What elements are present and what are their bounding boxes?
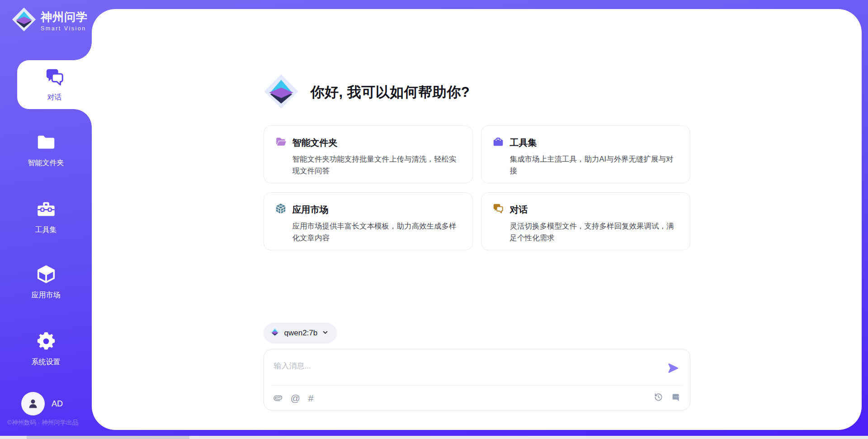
cube-grid-icon [275, 203, 287, 216]
chevron-down-icon [322, 329, 329, 338]
brand-name: 神州问学 [41, 10, 88, 24]
card-chat[interactable]: 对话 灵活切换多模型文件，支持多样回复效果调试，满足个性化需求 [481, 192, 690, 250]
card-title: 应用市场 [292, 204, 329, 216]
conversation-icon [671, 392, 681, 403]
copyright-footer: ©神州数码 · 神州问学出品 [7, 419, 93, 427]
sidebar: 神州问学 Smart Vision 对话 智能文件夹 [0, 0, 92, 439]
card-toolset[interactable]: 工具集 集成市场上主流工具，助力AI与外界无缝扩展与对接 [481, 125, 690, 183]
sidebar-item-settings[interactable]: 系统设置 [0, 331, 92, 367]
card-smart-folder[interactable]: 智能文件夹 智能文件夹功能支持批量文件上传与清洗，轻松实现文件问答 [264, 125, 473, 183]
toolbox-icon [36, 199, 57, 221]
chat-bubbles-icon [492, 203, 504, 216]
gear-icon [36, 331, 57, 353]
send-icon [667, 369, 679, 376]
main-panel: 你好, 我可以如何帮助你? 智能文件夹 智能文件夹功能支持批量文件上传与清洗，轻… [92, 9, 862, 430]
card-description: 集成市场上主流工具，助力AI与外界无缝扩展与对接 [510, 153, 679, 177]
model-selector[interactable]: qwen2:7b [264, 323, 337, 344]
message-input[interactable] [267, 354, 665, 383]
history-button[interactable] [654, 392, 663, 403]
sidebar-item-label: 工具集 [35, 225, 57, 235]
avatar [21, 392, 45, 415]
history-icon [654, 392, 663, 403]
message-composer: @ # [264, 349, 690, 410]
card-title: 智能文件夹 [292, 137, 338, 149]
sidebar-item-app-market[interactable]: 应用市场 [0, 264, 92, 300]
card-title: 工具集 [510, 137, 537, 149]
scrollbar-thumb[interactable] [27, 436, 189, 439]
brand-diamond-icon [12, 7, 36, 33]
folder-open-icon [275, 136, 287, 149]
mention-icon: @ [291, 393, 300, 403]
card-description: 智能文件夹功能支持批量文件上传与清洗，轻松实现文件问答 [292, 153, 462, 177]
brand-subtitle: Smart Vision [41, 25, 88, 32]
card-app-market[interactable]: 应用市场 应用市场提供丰富长文本模板，助力高效生成多样化文章内容 [264, 192, 473, 250]
greeting-title: 你好, 我可以如何帮助你? [311, 83, 470, 102]
toolbox-icon [492, 136, 504, 149]
brand-diamond-icon [264, 74, 299, 111]
diamond-logo-icon [270, 327, 280, 339]
horizontal-scrollbar[interactable] [0, 436, 868, 439]
sidebar-item-chat[interactable]: 对话 [17, 60, 92, 109]
app-window: 你好, 我可以如何帮助你? 智能文件夹 智能文件夹功能支持批量文件上传与清洗，轻… [0, 0, 868, 439]
send-button[interactable] [665, 360, 681, 377]
card-description: 应用市场提供丰富长文本模板，助力高效生成多样化文章内容 [292, 220, 462, 243]
brand-logo: 神州问学 Smart Vision [12, 7, 88, 33]
paperclip-icon [273, 392, 283, 403]
card-description: 灵活切换多模型文件，支持多样回复效果调试，满足个性化需求 [510, 220, 679, 243]
attach-button[interactable] [273, 392, 283, 403]
sidebar-item-label: 智能文件夹 [28, 158, 64, 168]
user-initials: AD [52, 399, 63, 409]
folder-icon [36, 132, 57, 154]
sidebar-item-toolset[interactable]: 工具集 [0, 199, 92, 235]
hashtag-button[interactable]: # [308, 393, 314, 403]
sidebar-item-label: 对话 [47, 93, 62, 102]
greeting-block: 你好, 我可以如何帮助你? [264, 74, 690, 111]
sidebar-item-label: 系统设置 [32, 358, 61, 367]
chat-icon [44, 67, 65, 90]
user-profile[interactable]: AD [0, 392, 92, 415]
sidebar-item-label: 应用市场 [32, 291, 61, 300]
model-name: qwen2:7b [284, 329, 318, 338]
cube-icon [36, 264, 57, 286]
mention-button[interactable]: @ [291, 393, 300, 403]
conversation-button[interactable] [671, 392, 681, 403]
card-title: 对话 [510, 204, 528, 216]
sidebar-item-smart-folder[interactable]: 智能文件夹 [0, 132, 92, 168]
hashtag-icon: # [308, 393, 314, 403]
feature-cards: 智能文件夹 智能文件夹功能支持批量文件上传与清洗，轻松实现文件问答 [264, 125, 690, 250]
